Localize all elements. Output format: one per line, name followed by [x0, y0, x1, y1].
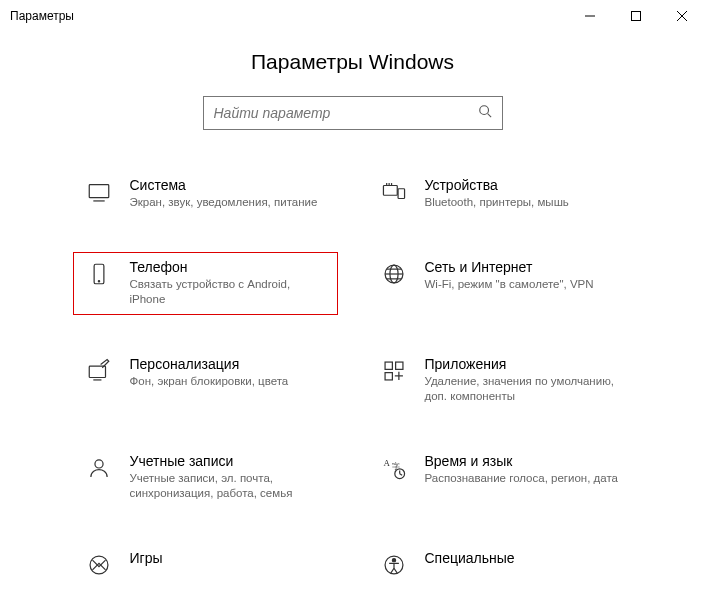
minimize-button[interactable] — [567, 0, 613, 32]
tile-title: Игры — [130, 550, 329, 566]
tile-desc: Bluetooth, принтеры, мышь — [425, 195, 624, 211]
tile-accessibility[interactable]: Специальные — [368, 543, 633, 585]
tile-personalization[interactable]: Персонализация Фон, экран блокировки, цв… — [73, 349, 338, 412]
svg-point-27 — [94, 459, 102, 467]
tile-title: Приложения — [425, 356, 624, 372]
window-controls — [567, 0, 705, 32]
tile-title: Время и язык — [425, 453, 624, 469]
tile-network[interactable]: Сеть и Интернет Wi-Fi, режим "в самолете… — [368, 252, 633, 315]
system-icon — [82, 177, 116, 205]
tile-desc: Распознавание голоса, регион, дата — [425, 471, 624, 487]
svg-point-4 — [479, 106, 488, 115]
tile-title: Устройства — [425, 177, 624, 193]
tile-gaming[interactable]: Игры — [73, 543, 338, 585]
svg-rect-6 — [89, 185, 109, 198]
close-button[interactable] — [659, 0, 705, 32]
tile-desc: Фон, экран блокировки, цвета — [130, 374, 329, 390]
window-title: Параметры — [10, 9, 74, 23]
tile-desc: Удаление, значения по умолчанию, доп. ко… — [425, 374, 624, 405]
tile-phone[interactable]: Телефон Связать устройство с Android, iP… — [73, 252, 338, 315]
tile-title: Система — [130, 177, 329, 193]
tile-desc: Wi-Fi, режим "в самолете", VPN — [425, 277, 624, 293]
search-icon — [478, 104, 492, 122]
accounts-icon — [82, 453, 116, 481]
tile-title: Специальные — [425, 550, 624, 566]
tile-title: Персонализация — [130, 356, 329, 372]
personalization-icon — [82, 356, 116, 384]
time-language-icon: A字 — [377, 453, 411, 481]
page-title: Параметры Windows — [0, 50, 705, 74]
tile-devices[interactable]: Устройства Bluetooth, принтеры, мышь — [368, 170, 633, 218]
svg-point-35 — [392, 558, 395, 561]
search-input[interactable] — [214, 105, 478, 121]
tile-title: Сеть и Интернет — [425, 259, 624, 275]
devices-icon — [377, 177, 411, 205]
tile-desc: Учетные записи, эл. почта, синхронизация… — [130, 471, 329, 502]
svg-rect-8 — [383, 186, 397, 196]
titlebar: Параметры — [0, 0, 705, 32]
accessibility-icon — [377, 550, 411, 578]
gaming-icon — [82, 550, 116, 578]
search-box[interactable] — [203, 96, 503, 130]
svg-rect-22 — [385, 362, 392, 369]
apps-icon — [377, 356, 411, 384]
phone-icon — [82, 259, 116, 287]
svg-rect-20 — [89, 366, 105, 377]
svg-line-32 — [399, 473, 401, 475]
tile-desc: Экран, звук, уведомления, питание — [130, 195, 329, 211]
svg-point-33 — [90, 556, 108, 574]
tile-apps[interactable]: Приложения Удаление, значения по умолчан… — [368, 349, 633, 412]
tile-system[interactable]: Система Экран, звук, уведомления, питани… — [73, 170, 338, 218]
svg-rect-9 — [398, 189, 405, 199]
tile-desc: Связать устройство с Android, iPhone — [130, 277, 329, 308]
svg-rect-1 — [632, 12, 641, 21]
globe-icon — [377, 259, 411, 287]
tile-accounts[interactable]: Учетные записи Учетные записи, эл. почта… — [73, 446, 338, 509]
svg-text:A: A — [383, 457, 390, 467]
svg-point-14 — [98, 280, 99, 281]
svg-line-5 — [487, 114, 491, 118]
svg-rect-23 — [395, 362, 402, 369]
tile-title: Учетные записи — [130, 453, 329, 469]
svg-rect-24 — [385, 372, 392, 379]
tile-title: Телефон — [130, 259, 329, 275]
tile-time-language[interactable]: A字 Время и язык Распознавание голоса, ре… — [368, 446, 633, 509]
maximize-button[interactable] — [613, 0, 659, 32]
